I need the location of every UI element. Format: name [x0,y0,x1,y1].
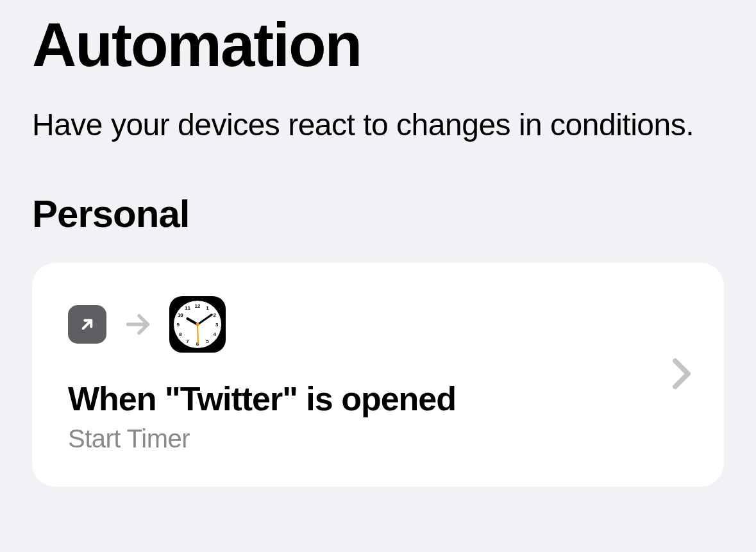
section-heading-personal: Personal [32,192,724,236]
page-title: Automation [32,13,724,78]
page-subtitle: Have your devices react to changes in co… [32,105,724,146]
clock-icon: 12 1 2 3 4 5 6 7 8 9 10 11 [169,296,226,353]
arrow-right-icon [123,310,153,339]
automation-row[interactable]: 12 1 2 3 4 5 6 7 8 9 10 11 [32,263,724,487]
automation-title: When "Twitter" is opened [68,380,456,418]
automation-content: 12 1 2 3 4 5 6 7 8 9 10 11 [68,296,456,453]
automation-subtitle: Start Timer [68,424,456,453]
chevron-right-icon [673,358,691,392]
automation-icon-row: 12 1 2 3 4 5 6 7 8 9 10 11 [68,296,456,353]
open-app-icon [68,305,106,344]
